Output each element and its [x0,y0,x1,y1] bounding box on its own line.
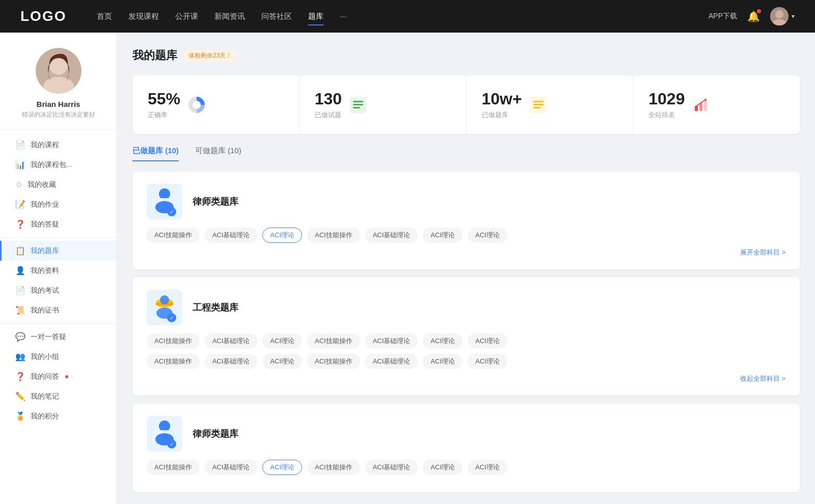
nav-discover[interactable]: 发现课程 [128,10,159,23]
sidebar-item-notes[interactable]: ✏️ 我的笔记 [0,386,117,406]
category-card-lawyer-1: ✓ 律师类题库 ACI技能操作 ACI基础理论 ACI理论 ACI技能操作 AC… [132,172,800,269]
profile-motto: 错误的决定比没有决定要好 [22,110,95,119]
tags-row-2a: ACI技能操作 ACI基础理论 ACI理论 ACI技能操作 ACI基础理论 AC… [147,333,785,349]
stat-accuracy-value: 55% [148,90,180,108]
category-card-engineer: ✓ 工程类题库 ACI技能操作 ACI基础理论 ACI理论 ACI技能操作 AC… [132,277,800,396]
svg-rect-29 [160,430,169,432]
category-title-2: 工程类题库 [193,301,238,314]
svg-rect-9 [353,101,363,102]
tag-3-4[interactable]: ACI基础理论 [365,460,418,475]
svg-point-7 [193,101,201,109]
tag-2a-5[interactable]: ACI理论 [423,333,463,349]
tag-1-4[interactable]: ACI基础理论 [365,228,418,243]
tab-available[interactable]: 可做题库 (10) [195,146,241,161]
favorites-icon: ☆ [15,180,22,189]
main-content: 我的题库 体验剩余23天！ 55% 正确率 [117,33,815,504]
sidebar-divider-1 [0,237,117,238]
stat-rank-label: 全站排名 [648,110,685,120]
svg-point-1 [775,10,783,18]
sidebar-item-quiz[interactable]: 📋 我的题库 [0,241,117,261]
sidebar-item-tutoring[interactable]: 💬 一对一答疑 [0,327,117,347]
tag-2b-1[interactable]: ACI基础理论 [205,354,258,369]
sidebar-item-questions[interactable]: ❓ 我的问答 [0,367,117,386]
stat-done-quizbanks-label: 已做题库 [482,110,522,120]
pie-chart-icon [187,96,206,114]
logo[interactable]: LOGO [20,8,66,24]
stat-accuracy: 55% 正确率 [132,75,300,134]
avatar-chevron-icon: ▾ [792,13,795,20]
category-title-1: 律师类题库 [193,195,238,208]
stat-done-quizbanks-value: 10w+ [482,90,522,108]
tag-2b-0[interactable]: ACI技能操作 [147,354,200,369]
svg-point-25 [160,295,169,304]
svg-point-19 [704,99,707,101]
tag-1-5[interactable]: ACI理论 [423,228,463,243]
svg-rect-22 [160,198,169,200]
tag-2b-3[interactable]: ACI技能操作 [307,354,360,369]
nav-more[interactable]: ··· [340,10,346,23]
profile-icon: 👤 [15,266,25,275]
svg-rect-13 [533,101,544,102]
svg-rect-11 [353,107,360,108]
tag-1-2[interactable]: ACI理论 [262,228,302,243]
tag-3-3[interactable]: ACI技能操作 [307,460,360,475]
stat-done-questions-label: 已做试题 [315,110,342,120]
tag-2b-2[interactable]: ACI理论 [262,354,302,369]
tag-1-1[interactable]: ACI基础理论 [205,228,258,243]
tag-2b-5[interactable]: ACI理论 [423,354,463,369]
tag-2a-4[interactable]: ACI基础理论 [365,333,418,349]
tabs: 已做题库 (10) 可做题库 (10) [132,146,800,161]
sidebar-item-qa[interactable]: ❓ 我的答疑 [0,214,117,234]
exam-icon: 📄 [15,286,25,295]
sidebar-item-points[interactable]: 🏅 我的积分 [0,406,117,426]
tag-3-5[interactable]: ACI理论 [423,460,463,475]
sidebar-item-group[interactable]: 👥 我的小组 [0,347,117,367]
tag-3-2[interactable]: ACI理论 [262,460,302,475]
svg-rect-18 [704,100,707,111]
app-download-button[interactable]: APP下载 [709,12,737,21]
nav-qa[interactable]: 问答社区 [261,10,292,23]
nav-news[interactable]: 新闻资讯 [214,10,245,23]
list-green-icon [349,96,367,114]
tags-row-2b: ACI技能操作 ACI基础理论 ACI理论 ACI技能操作 ACI基础理论 AC… [147,354,785,369]
stat-done-questions-value: 130 [315,90,342,108]
sidebar-item-cert[interactable]: 📜 我的证书 [0,300,117,320]
engineer-icon: ✓ [147,290,182,325]
nav-quiz[interactable]: 题库 [308,10,323,23]
tag-2b-6[interactable]: ACI理论 [468,354,507,369]
sidebar-item-course[interactable]: 📄 我的课程 [0,135,117,155]
tag-1-3[interactable]: ACI技能操作 [307,228,360,243]
tag-2a-2[interactable]: ACI理论 [262,333,302,349]
tag-2a-1[interactable]: ACI基础理论 [205,333,258,349]
points-icon: 🏅 [15,411,25,421]
tag-2b-4[interactable]: ACI基础理论 [365,354,418,369]
tag-2a-0[interactable]: ACI技能操作 [147,333,200,349]
sidebar-item-homework[interactable]: 📝 我的作业 [0,194,117,214]
sidebar-item-profile[interactable]: 👤 我的资料 [0,261,117,281]
tag-2a-6[interactable]: ACI理论 [468,333,507,349]
svg-rect-14 [533,104,544,105]
tag-1-0[interactable]: ACI技能操作 [147,228,200,243]
user-avatar-button[interactable]: ▾ [770,7,795,25]
tag-2a-3[interactable]: ACI技能操作 [307,333,360,349]
tag-3-1[interactable]: ACI基础理论 [205,460,258,475]
tab-done[interactable]: 已做题库 (10) [132,146,179,161]
tag-1-6[interactable]: ACI理论 [468,228,507,243]
svg-rect-16 [695,106,698,111]
card-footer-2[interactable]: 收起全部科目 > [147,374,785,383]
notification-button[interactable]: 🔔 [747,10,760,22]
card-footer-1[interactable]: 展开全部科目 > [147,248,785,257]
stat-done-quizbanks: 10w+ 已做题库 [467,75,634,134]
sidebar-item-exam[interactable]: 📄 我的考试 [0,281,117,300]
tag-3-6[interactable]: ACI理论 [468,460,507,475]
questions-icon: ❓ [15,372,25,381]
sidebar-item-favorites[interactable]: ☆ 我的收藏 [0,175,117,194]
tag-3-0[interactable]: ACI技能操作 [147,460,200,475]
svg-point-20 [159,188,170,200]
page-header: 我的题库 体验剩余23天！ [132,48,800,63]
category-card-lawyer-2: ✓ 律师类题库 ACI技能操作 ACI基础理论 ACI理论 ACI技能操作 AC… [132,404,800,492]
nav-open-course[interactable]: 公开课 [175,10,198,23]
nav-home[interactable]: 首页 [97,10,112,23]
sidebar-item-course-package[interactable]: 📊 我的课程包... [0,155,117,175]
course-icon: 📄 [15,140,25,150]
